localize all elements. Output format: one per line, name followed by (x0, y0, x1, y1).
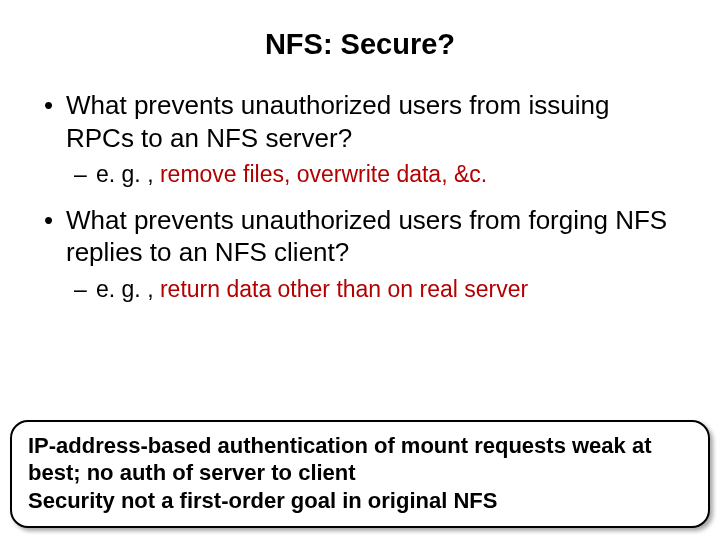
bullet-1: What prevents unauthorized users from is… (40, 89, 680, 190)
bullet-list: What prevents unauthorized users from is… (40, 89, 680, 305)
bullet-1-sub-prefix: e. g. , (96, 161, 160, 187)
callout-box: IP-address-based authentication of mount… (10, 420, 710, 529)
bullet-1-sub-red: remove files, overwrite data, &c. (160, 161, 487, 187)
bullet-2-sub-red: return data other than on real server (160, 276, 528, 302)
slide-title: NFS: Secure? (40, 28, 680, 61)
bullet-1-text: What prevents unauthorized users from is… (66, 90, 609, 153)
callout-line-2: Security not a first-order goal in origi… (28, 487, 692, 515)
bullet-1-sub: e. g. , remove files, overwrite data, &c… (66, 160, 680, 190)
callout-line-1: IP-address-based authentication of mount… (28, 432, 692, 487)
bullet-2-sub-item: e. g. , return data other than on real s… (66, 275, 680, 305)
bullet-2: What prevents unauthorized users from fo… (40, 204, 680, 305)
bullet-2-text: What prevents unauthorized users from fo… (66, 205, 667, 268)
bullet-1-sub-item: e. g. , remove files, overwrite data, &c… (66, 160, 680, 190)
bullet-2-sub: e. g. , return data other than on real s… (66, 275, 680, 305)
slide: NFS: Secure? What prevents unauthorized … (0, 0, 720, 540)
bullet-2-sub-prefix: e. g. , (96, 276, 160, 302)
